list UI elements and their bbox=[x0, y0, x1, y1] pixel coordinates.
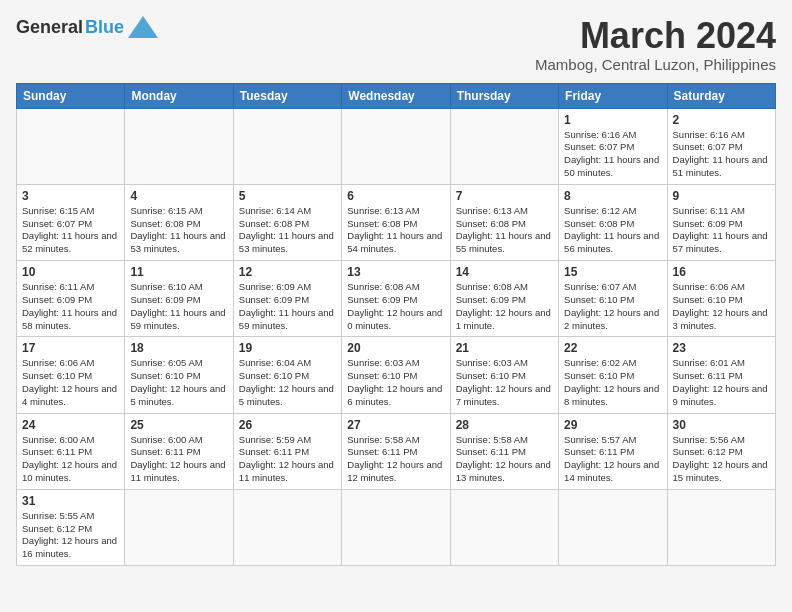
day-info: Sunrise: 6:10 AM Sunset: 6:09 PM Dayligh… bbox=[130, 281, 227, 332]
calendar-cell bbox=[125, 489, 233, 565]
day-info: Sunrise: 6:00 AM Sunset: 6:11 PM Dayligh… bbox=[22, 434, 119, 485]
day-number: 13 bbox=[347, 265, 444, 279]
calendar-cell: 6Sunrise: 6:13 AM Sunset: 6:08 PM Daylig… bbox=[342, 184, 450, 260]
calendar-cell: 9Sunrise: 6:11 AM Sunset: 6:09 PM Daylig… bbox=[667, 184, 775, 260]
day-info: Sunrise: 5:58 AM Sunset: 6:11 PM Dayligh… bbox=[456, 434, 553, 485]
weekday-header-thursday: Thursday bbox=[450, 83, 558, 108]
calendar-cell: 22Sunrise: 6:02 AM Sunset: 6:10 PM Dayli… bbox=[559, 337, 667, 413]
day-number: 3 bbox=[22, 189, 119, 203]
calendar-cell: 27Sunrise: 5:58 AM Sunset: 6:11 PM Dayli… bbox=[342, 413, 450, 489]
day-info: Sunrise: 6:08 AM Sunset: 6:09 PM Dayligh… bbox=[456, 281, 553, 332]
day-info: Sunrise: 6:13 AM Sunset: 6:08 PM Dayligh… bbox=[456, 205, 553, 256]
day-info: Sunrise: 6:03 AM Sunset: 6:10 PM Dayligh… bbox=[347, 357, 444, 408]
calendar-cell: 21Sunrise: 6:03 AM Sunset: 6:10 PM Dayli… bbox=[450, 337, 558, 413]
day-number: 9 bbox=[673, 189, 770, 203]
calendar-week-4: 24Sunrise: 6:00 AM Sunset: 6:11 PM Dayli… bbox=[17, 413, 776, 489]
calendar-cell: 10Sunrise: 6:11 AM Sunset: 6:09 PM Dayli… bbox=[17, 261, 125, 337]
calendar-cell: 7Sunrise: 6:13 AM Sunset: 6:08 PM Daylig… bbox=[450, 184, 558, 260]
logo-blue: Blue bbox=[85, 18, 124, 36]
day-info: Sunrise: 6:15 AM Sunset: 6:08 PM Dayligh… bbox=[130, 205, 227, 256]
day-info: Sunrise: 5:59 AM Sunset: 6:11 PM Dayligh… bbox=[239, 434, 336, 485]
day-info: Sunrise: 6:01 AM Sunset: 6:11 PM Dayligh… bbox=[673, 357, 770, 408]
day-number: 7 bbox=[456, 189, 553, 203]
day-info: Sunrise: 6:06 AM Sunset: 6:10 PM Dayligh… bbox=[673, 281, 770, 332]
calendar-cell bbox=[450, 489, 558, 565]
day-number: 17 bbox=[22, 341, 119, 355]
logo-general: General bbox=[16, 18, 83, 36]
day-number: 15 bbox=[564, 265, 661, 279]
calendar-cell bbox=[17, 108, 125, 184]
logo-icon bbox=[128, 16, 158, 38]
day-info: Sunrise: 6:16 AM Sunset: 6:07 PM Dayligh… bbox=[673, 129, 770, 180]
day-number: 16 bbox=[673, 265, 770, 279]
day-number: 22 bbox=[564, 341, 661, 355]
day-info: Sunrise: 6:02 AM Sunset: 6:10 PM Dayligh… bbox=[564, 357, 661, 408]
day-info: Sunrise: 6:04 AM Sunset: 6:10 PM Dayligh… bbox=[239, 357, 336, 408]
calendar-table: SundayMondayTuesdayWednesdayThursdayFrid… bbox=[16, 83, 776, 567]
day-info: Sunrise: 6:11 AM Sunset: 6:09 PM Dayligh… bbox=[673, 205, 770, 256]
day-number: 23 bbox=[673, 341, 770, 355]
day-number: 8 bbox=[564, 189, 661, 203]
calendar-cell bbox=[342, 108, 450, 184]
calendar-cell: 4Sunrise: 6:15 AM Sunset: 6:08 PM Daylig… bbox=[125, 184, 233, 260]
calendar-cell bbox=[233, 489, 341, 565]
day-number: 1 bbox=[564, 113, 661, 127]
calendar-cell: 3Sunrise: 6:15 AM Sunset: 6:07 PM Daylig… bbox=[17, 184, 125, 260]
calendar-cell: 20Sunrise: 6:03 AM Sunset: 6:10 PM Dayli… bbox=[342, 337, 450, 413]
day-number: 6 bbox=[347, 189, 444, 203]
day-number: 5 bbox=[239, 189, 336, 203]
day-number: 29 bbox=[564, 418, 661, 432]
calendar-cell: 28Sunrise: 5:58 AM Sunset: 6:11 PM Dayli… bbox=[450, 413, 558, 489]
day-number: 4 bbox=[130, 189, 227, 203]
day-info: Sunrise: 6:09 AM Sunset: 6:09 PM Dayligh… bbox=[239, 281, 336, 332]
day-number: 20 bbox=[347, 341, 444, 355]
weekday-header-wednesday: Wednesday bbox=[342, 83, 450, 108]
day-info: Sunrise: 6:16 AM Sunset: 6:07 PM Dayligh… bbox=[564, 129, 661, 180]
weekday-header-tuesday: Tuesday bbox=[233, 83, 341, 108]
weekday-header-row: SundayMondayTuesdayWednesdayThursdayFrid… bbox=[17, 83, 776, 108]
day-number: 21 bbox=[456, 341, 553, 355]
weekday-header-sunday: Sunday bbox=[17, 83, 125, 108]
calendar-cell bbox=[342, 489, 450, 565]
calendar-cell: 8Sunrise: 6:12 AM Sunset: 6:08 PM Daylig… bbox=[559, 184, 667, 260]
day-number: 19 bbox=[239, 341, 336, 355]
day-info: Sunrise: 6:06 AM Sunset: 6:10 PM Dayligh… bbox=[22, 357, 119, 408]
calendar-cell: 12Sunrise: 6:09 AM Sunset: 6:09 PM Dayli… bbox=[233, 261, 341, 337]
calendar-week-1: 3Sunrise: 6:15 AM Sunset: 6:07 PM Daylig… bbox=[17, 184, 776, 260]
day-info: Sunrise: 5:57 AM Sunset: 6:11 PM Dayligh… bbox=[564, 434, 661, 485]
day-info: Sunrise: 6:03 AM Sunset: 6:10 PM Dayligh… bbox=[456, 357, 553, 408]
calendar-week-5: 31Sunrise: 5:55 AM Sunset: 6:12 PM Dayli… bbox=[17, 489, 776, 565]
weekday-header-monday: Monday bbox=[125, 83, 233, 108]
day-info: Sunrise: 6:00 AM Sunset: 6:11 PM Dayligh… bbox=[130, 434, 227, 485]
day-number: 10 bbox=[22, 265, 119, 279]
day-number: 28 bbox=[456, 418, 553, 432]
day-number: 24 bbox=[22, 418, 119, 432]
calendar-cell: 30Sunrise: 5:56 AM Sunset: 6:12 PM Dayli… bbox=[667, 413, 775, 489]
calendar-cell: 5Sunrise: 6:14 AM Sunset: 6:08 PM Daylig… bbox=[233, 184, 341, 260]
calendar-week-2: 10Sunrise: 6:11 AM Sunset: 6:09 PM Dayli… bbox=[17, 261, 776, 337]
day-number: 2 bbox=[673, 113, 770, 127]
calendar-cell: 18Sunrise: 6:05 AM Sunset: 6:10 PM Dayli… bbox=[125, 337, 233, 413]
logo-area: General Blue bbox=[16, 16, 158, 38]
day-info: Sunrise: 6:05 AM Sunset: 6:10 PM Dayligh… bbox=[130, 357, 227, 408]
day-number: 12 bbox=[239, 265, 336, 279]
calendar-cell: 14Sunrise: 6:08 AM Sunset: 6:09 PM Dayli… bbox=[450, 261, 558, 337]
calendar-cell bbox=[125, 108, 233, 184]
month-title: March 2024 bbox=[535, 16, 776, 56]
calendar-cell: 1Sunrise: 6:16 AM Sunset: 6:07 PM Daylig… bbox=[559, 108, 667, 184]
calendar-cell: 24Sunrise: 6:00 AM Sunset: 6:11 PM Dayli… bbox=[17, 413, 125, 489]
calendar-cell bbox=[559, 489, 667, 565]
day-info: Sunrise: 6:15 AM Sunset: 6:07 PM Dayligh… bbox=[22, 205, 119, 256]
day-info: Sunrise: 5:55 AM Sunset: 6:12 PM Dayligh… bbox=[22, 510, 119, 561]
calendar-cell: 26Sunrise: 5:59 AM Sunset: 6:11 PM Dayli… bbox=[233, 413, 341, 489]
day-number: 31 bbox=[22, 494, 119, 508]
day-number: 26 bbox=[239, 418, 336, 432]
calendar-cell: 17Sunrise: 6:06 AM Sunset: 6:10 PM Dayli… bbox=[17, 337, 125, 413]
calendar-cell bbox=[233, 108, 341, 184]
calendar-cell: 31Sunrise: 5:55 AM Sunset: 6:12 PM Dayli… bbox=[17, 489, 125, 565]
calendar-cell: 15Sunrise: 6:07 AM Sunset: 6:10 PM Dayli… bbox=[559, 261, 667, 337]
day-info: Sunrise: 6:14 AM Sunset: 6:08 PM Dayligh… bbox=[239, 205, 336, 256]
calendar-week-0: 1Sunrise: 6:16 AM Sunset: 6:07 PM Daylig… bbox=[17, 108, 776, 184]
day-info: Sunrise: 5:58 AM Sunset: 6:11 PM Dayligh… bbox=[347, 434, 444, 485]
day-number: 11 bbox=[130, 265, 227, 279]
